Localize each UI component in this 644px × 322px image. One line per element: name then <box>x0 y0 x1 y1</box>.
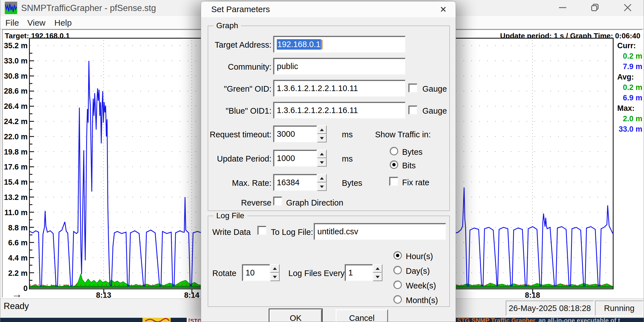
y-axis-label: 26.4 m <box>0 102 28 111</box>
reverse-label: Reverse <box>207 198 271 208</box>
green-oid-label: "Green" OID: <box>207 84 271 94</box>
stat-curr-label: Curr: <box>616 41 643 51</box>
minimize-button[interactable] <box>553 1 572 15</box>
close-button[interactable] <box>618 1 637 15</box>
request-timeout-spin-up[interactable] <box>317 125 327 134</box>
radio-bytes[interactable] <box>390 147 398 155</box>
spin-up-icon <box>273 267 277 270</box>
background-text-gray: an all-in-one executable of t <box>537 318 620 322</box>
rotate-spin-up[interactable] <box>270 264 280 273</box>
app-window: SNMPTrafficGrapher - pfSense.stg File Vi… <box>0 0 644 322</box>
radio-days[interactable] <box>393 266 402 274</box>
stat-avg-green: 0.2 m <box>616 82 643 93</box>
update-period-spin-down[interactable] <box>317 158 327 167</box>
y-axis-label: 30.8 m <box>0 72 28 81</box>
y-axis-label: 11.0 m <box>0 208 28 217</box>
request-timeout-spin-down[interactable] <box>317 134 327 142</box>
dialog-title: Set Parameters <box>211 5 270 14</box>
blue-gauge-checkbox[interactable] <box>408 105 417 114</box>
fix-rate-label: Fix rate <box>402 178 429 187</box>
request-timeout-label: Request timeout: <box>207 130 271 139</box>
radio-bits[interactable] <box>390 160 398 169</box>
window-title: SNMPTrafficGrapher - pfSense.stg <box>21 3 156 13</box>
stat-curr-blue: 7.9 m <box>616 61 643 72</box>
minimize-icon <box>558 3 567 12</box>
target-address-selected-text: 192.168.0.1 <box>277 39 321 50</box>
request-timeout-unit: ms <box>342 130 353 139</box>
logfile-group-label: Log File <box>213 211 247 220</box>
app-icon <box>5 2 17 14</box>
menu-help[interactable]: Help <box>54 17 72 28</box>
target-address-label: Target Address: <box>207 40 271 50</box>
max-rate-label: Max. Rate: <box>207 178 271 188</box>
graph-direction-label: Graph Direction <box>286 198 343 208</box>
radio-bytes-label: Bytes <box>402 147 423 157</box>
background-text-orange: STG SNMP Traffic Grapher, <box>457 318 537 322</box>
radio-weeks[interactable] <box>393 281 402 289</box>
fix-rate-checkbox[interactable] <box>389 177 398 186</box>
spin-down-icon <box>376 276 380 278</box>
spin-down-icon <box>320 137 324 140</box>
green-gauge-label: Gauge <box>422 84 447 94</box>
radio-days-label: Day(s) <box>406 266 430 276</box>
green-gauge-checkbox[interactable] <box>408 83 417 92</box>
stat-max-label: Max: <box>616 103 643 114</box>
y-axis-label: 8.8 m <box>0 223 28 232</box>
status-running: Running <box>595 301 643 316</box>
stat-curr-green: 0.2 m <box>616 51 643 61</box>
to-log-file-label: To Log File: <box>271 228 313 237</box>
rotate-spin-down[interactable] <box>270 273 280 281</box>
close-icon <box>623 3 632 12</box>
dialog-close-button[interactable]: ✕ <box>435 3 452 16</box>
spin-up-icon <box>320 153 324 155</box>
request-timeout-input[interactable]: 3000 <box>273 125 317 142</box>
background-taskbar-icon <box>142 318 171 322</box>
y-axis-label: 28.6 m <box>0 87 28 96</box>
y-axis-label: 22.0 m <box>0 132 28 141</box>
spin-down-icon <box>320 161 324 164</box>
reverse-checkbox[interactable] <box>273 197 282 206</box>
max-rate-spin-up[interactable] <box>317 174 327 182</box>
stat-max-green: 2.0 m <box>616 114 643 124</box>
dialog-titlebar[interactable]: Set Parameters ✕ <box>201 1 456 17</box>
write-data-checkbox[interactable] <box>257 226 266 235</box>
community-label: Community: <box>207 62 271 72</box>
update-period-spin-up[interactable] <box>317 150 327 158</box>
y-axis-label: 35.2 m <box>0 41 28 50</box>
status-text: Ready <box>4 301 29 311</box>
max-rate-input[interactable]: 16384 <box>273 174 317 191</box>
max-rate-spin-down[interactable] <box>317 182 327 191</box>
every-spin-down[interactable] <box>373 273 382 281</box>
spin-down-icon <box>273 276 277 278</box>
radio-months[interactable] <box>393 295 402 304</box>
every-spin-up[interactable] <box>373 264 382 273</box>
target-address-input[interactable]: 192.168.0.1 <box>273 36 405 53</box>
set-parameters-dialog: Set Parameters ✕ Graph Target Address: 1… <box>201 1 456 322</box>
rotate-label: Rotate <box>212 269 236 278</box>
stat-avg-blue: 6.9 m <box>616 93 643 103</box>
menu-file[interactable]: File <box>5 17 19 28</box>
spin-up-icon <box>376 267 380 270</box>
background-taskbar-text: STG SNMP Traffic Grapher, an all-in-one … <box>457 318 620 322</box>
y-axis-label: 4.4 m <box>0 253 28 263</box>
write-data-label: Write Data <box>212 228 251 237</box>
y-axis-label: 33.0 m <box>0 56 28 65</box>
spin-up-icon <box>320 177 324 180</box>
rotate-input[interactable]: 10 <box>242 264 270 281</box>
stat-max-blue: 33.0 m <box>616 124 643 134</box>
spin-up-icon <box>320 129 324 131</box>
y-axis-label: 17.6 m <box>0 162 28 171</box>
every-input[interactable]: 1 <box>345 264 373 281</box>
update-period-input[interactable]: 1000 <box>273 150 317 167</box>
radio-hours[interactable] <box>393 251 402 260</box>
graph-group-label: Graph <box>213 21 241 30</box>
menu-view[interactable]: View <box>27 17 45 28</box>
ok-button[interactable]: OK <box>269 309 322 322</box>
blue-oid-input[interactable]: 1.3.6.1.2.1.2.2.1.16.11 <box>273 102 405 119</box>
cancel-button[interactable]: Cancel <box>336 309 388 322</box>
green-oid-input[interactable]: 1.3.6.1.2.1.2.2.1.10.11 <box>273 80 405 97</box>
log-file-input[interactable]: untitled.csv <box>314 223 446 240</box>
community-input[interactable]: public <box>273 58 405 75</box>
restore-button[interactable] <box>586 1 604 15</box>
max-rate-unit: Bytes <box>342 178 362 188</box>
